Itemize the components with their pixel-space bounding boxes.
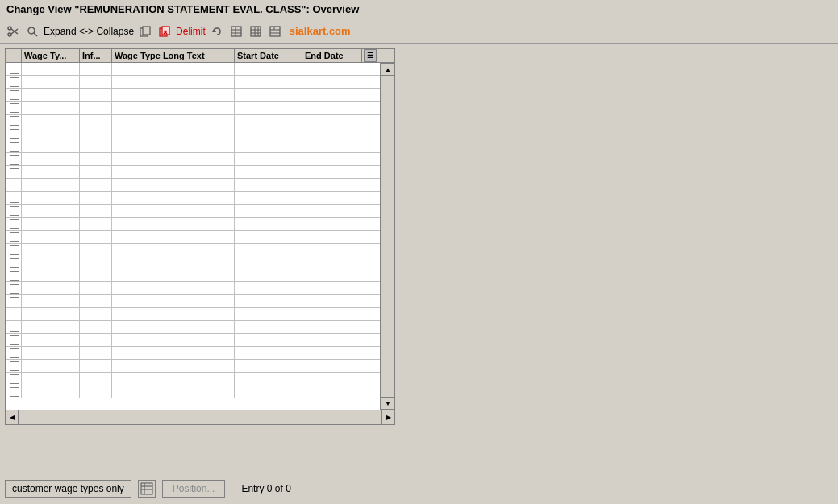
- table-row[interactable]: [6, 218, 380, 231]
- main-content: Wage Ty... Inf... Wage Type Long Text St…: [0, 44, 838, 430]
- grid-icon-3[interactable]: [267, 23, 283, 40]
- vertical-scrollbar[interactable]: ▲ ▼: [380, 63, 394, 410]
- table-row[interactable]: [6, 127, 380, 140]
- toolbar: Expand <-> Collapse Delimit: [0, 19, 838, 44]
- toolbar-watermark: sialkart.com: [290, 25, 351, 37]
- table-row[interactable]: [6, 192, 380, 205]
- table-row[interactable]: [6, 347, 380, 360]
- table-header: Wage Ty... Inf... Wage Type Long Text St…: [6, 49, 394, 63]
- table-row[interactable]: [6, 115, 380, 127]
- grid-icon-2[interactable]: [248, 23, 264, 40]
- table-row[interactable]: [6, 179, 380, 192]
- col-inf: Inf...: [80, 49, 112, 62]
- table-row[interactable]: [6, 295, 380, 308]
- scissors-icon[interactable]: [5, 23, 21, 40]
- table-row[interactable]: [6, 308, 380, 321]
- col-long-text: Wage Type Long Text: [112, 49, 235, 62]
- table-row[interactable]: [6, 244, 380, 256]
- table-row[interactable]: [6, 205, 380, 218]
- svg-rect-26: [141, 483, 152, 494]
- title-bar: Change View "REMUNERATION STATEMENT EVAL…: [0, 0, 838, 19]
- delimit-label[interactable]: Delimit: [176, 26, 206, 37]
- position-icon[interactable]: [138, 480, 156, 498]
- scroll-right-button[interactable]: ▶: [381, 410, 394, 425]
- svg-rect-17: [251, 27, 261, 36]
- table-body: ▲ ▼: [6, 63, 394, 410]
- expand-collapse-label[interactable]: Expand <-> Collapse: [44, 26, 134, 37]
- table-rows-container: [6, 63, 380, 410]
- table-row[interactable]: [6, 102, 380, 115]
- table-row[interactable]: [6, 76, 380, 89]
- copy-icon[interactable]: [137, 23, 153, 40]
- col-settings[interactable]: ☰: [362, 49, 378, 62]
- table-row[interactable]: [6, 282, 380, 295]
- svg-point-1: [8, 33, 11, 36]
- table-row[interactable]: [6, 140, 380, 153]
- undo-icon[interactable]: [209, 23, 225, 40]
- hscroll-track: [19, 410, 381, 425]
- table-row[interactable]: [6, 256, 380, 269]
- scroll-track: [381, 76, 394, 397]
- table-row[interactable]: [6, 269, 380, 282]
- svg-rect-7: [143, 27, 150, 35]
- svg-line-5: [34, 33, 37, 36]
- svg-rect-22: [270, 27, 280, 36]
- svg-point-4: [28, 27, 35, 34]
- table-row[interactable]: [6, 231, 380, 244]
- col-select: [6, 49, 22, 62]
- customer-wage-types-button[interactable]: customer wage types only: [5, 480, 131, 498]
- bottom-bar: customer wage types only Position... Ent…: [5, 480, 291, 498]
- svg-point-0: [8, 27, 11, 30]
- table-row[interactable]: [6, 89, 380, 102]
- scroll-up-button[interactable]: ▲: [381, 63, 394, 76]
- scroll-down-button[interactable]: ▼: [381, 397, 394, 410]
- table-container: Wage Ty... Inf... Wage Type Long Text St…: [5, 48, 395, 425]
- position-button[interactable]: Position...: [162, 480, 226, 498]
- table-row[interactable]: [6, 385, 380, 398]
- table-row[interactable]: [6, 63, 380, 76]
- horizontal-scrollbar[interactable]: ◀ ▶: [6, 410, 394, 424]
- col-end-date: End Date: [302, 49, 362, 62]
- grid-icon-1[interactable]: [228, 23, 244, 40]
- page-title: Change View "REMUNERATION STATEMENT EVAL…: [6, 3, 359, 15]
- table-row[interactable]: [6, 166, 380, 179]
- table-row[interactable]: [6, 334, 380, 347]
- find-icon[interactable]: [24, 23, 40, 40]
- table-row[interactable]: [6, 153, 380, 166]
- col-wage-type: Wage Ty...: [22, 49, 80, 62]
- delete-icon[interactable]: [156, 23, 173, 40]
- scroll-left-button[interactable]: ◀: [6, 410, 19, 425]
- table-row[interactable]: [6, 360, 380, 373]
- table-row[interactable]: [6, 321, 380, 334]
- col-start-date: Start Date: [235, 49, 302, 62]
- entry-count: Entry 0 of 0: [241, 483, 290, 494]
- svg-rect-13: [231, 27, 241, 36]
- table-row[interactable]: [6, 373, 380, 385]
- column-settings-icon[interactable]: ☰: [364, 49, 377, 62]
